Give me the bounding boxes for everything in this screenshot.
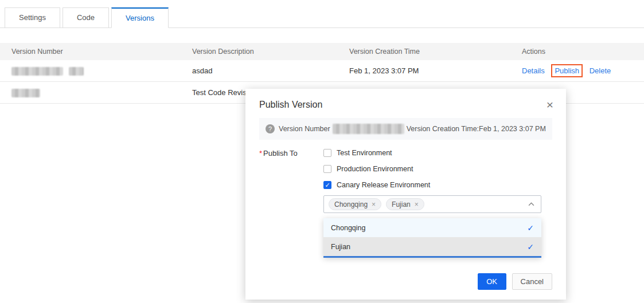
version-number-redacted — [11, 66, 192, 75]
region-multiselect[interactable]: Chongqing × Fujian × — [323, 195, 541, 213]
option-label: Chongqing — [331, 224, 365, 232]
tab-settings[interactable]: Settings — [5, 7, 60, 28]
required-marker: * — [259, 149, 262, 158]
checkbox-icon[interactable] — [323, 165, 331, 173]
chevron-up-icon[interactable] — [528, 200, 535, 208]
publish-form: *Publish To Test Environment Production … — [245, 140, 566, 258]
check-icon: ✓ — [527, 242, 534, 251]
checkbox-icon[interactable] — [323, 149, 331, 157]
version-number-label: Version Number — [279, 125, 330, 133]
col-version-creation-time: Version Creation Time — [349, 48, 522, 56]
modal-title: Publish Version — [259, 100, 322, 110]
publish-to-label: *Publish To — [259, 147, 323, 258]
redacted-block — [11, 89, 40, 97]
tag-fujian: Fujian × — [386, 198, 424, 210]
version-description: asdad — [192, 66, 349, 75]
checkbox-test-environment[interactable]: Test Environment — [323, 147, 552, 159]
tag-remove-icon[interactable]: × — [372, 200, 376, 208]
modal-footer: OK Cancel — [478, 273, 552, 290]
delete-link[interactable]: Delete — [590, 66, 611, 75]
row-actions: Details Publish Delete — [522, 64, 644, 77]
option-fujian[interactable]: Fujian ✓ — [323, 237, 541, 256]
checkbox-checked-icon[interactable]: ✓ — [323, 181, 331, 189]
option-chongqing[interactable]: Chongqing ✓ — [323, 218, 541, 237]
close-icon[interactable]: × — [547, 99, 553, 111]
redacted-block — [69, 67, 84, 76]
checkbox-label: Test Environment — [337, 149, 392, 157]
col-version-number: Version Number — [11, 48, 192, 56]
col-version-description: Version Description — [192, 48, 349, 56]
details-link[interactable]: Details — [522, 66, 545, 75]
region-dropdown: Chongqing ✓ Fujian ✓ — [323, 218, 541, 258]
version-number-redacted — [11, 88, 192, 97]
version-info-bar: ? Version Number Version Creation Time:F… — [259, 118, 552, 140]
tag-label: Chongqing — [334, 200, 368, 208]
checkbox-canary-release-environment[interactable]: ✓ Canary Release Environment — [323, 179, 552, 191]
tag-chongqing: Chongqing × — [329, 198, 381, 210]
redacted-block — [11, 67, 63, 76]
publish-to-label-text: Publish To — [263, 149, 298, 158]
table-header: Version Number Version Description Versi… — [0, 43, 644, 60]
help-icon: ? — [266, 124, 275, 133]
checkbox-production-environment[interactable]: Production Environment — [323, 163, 552, 175]
version-creation-time: Feb 1, 2023 3:07 PM — [349, 66, 522, 75]
publish-highlight-box: Publish — [551, 64, 583, 77]
table-row: asdad Feb 1, 2023 3:07 PM Details Publis… — [0, 60, 644, 82]
option-label: Fujian — [331, 243, 350, 251]
checkbox-label: Production Environment — [337, 165, 413, 173]
tab-code[interactable]: Code — [63, 7, 109, 28]
publish-version-modal: Publish Version × ? Version Number Versi… — [245, 89, 566, 300]
cancel-button[interactable]: Cancel — [512, 273, 552, 290]
check-icon: ✓ — [527, 223, 534, 233]
ok-button[interactable]: OK — [478, 273, 506, 290]
tag-label: Fujian — [392, 200, 411, 208]
col-actions: Actions — [522, 48, 644, 56]
tab-bar: Settings Code Versions — [0, 0, 644, 28]
modal-header: Publish Version × — [245, 89, 566, 111]
version-number-redacted — [333, 124, 404, 134]
tag-remove-icon[interactable]: × — [415, 200, 419, 208]
checkbox-label: Canary Release Environment — [337, 181, 430, 189]
tab-versions[interactable]: Versions — [111, 7, 169, 28]
publish-link[interactable]: Publish — [555, 66, 579, 75]
creation-time-text: Version Creation Time:Feb 1, 2023 3:07 P… — [407, 125, 546, 133]
publish-to-content: Test Environment Production Environment … — [323, 147, 552, 258]
